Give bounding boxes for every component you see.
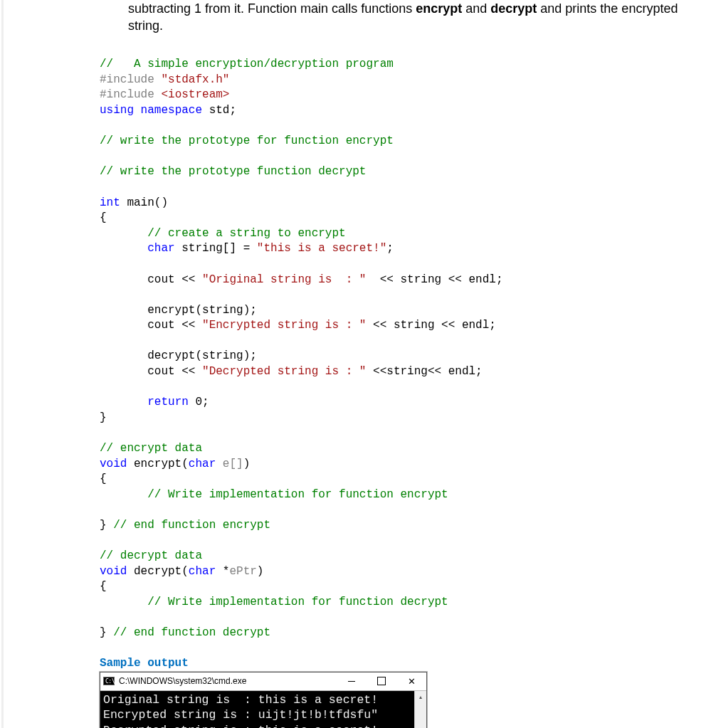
scroll-track[interactable] — [415, 703, 426, 728]
code-var: string[] = — [175, 242, 257, 255]
code-comment: // Write implementation for function dec… — [100, 596, 448, 608]
code-indent — [100, 396, 147, 408]
code-op: ) — [257, 565, 264, 578]
code-brace: } — [100, 626, 113, 639]
console-scrollbar[interactable]: ▴ ▾ — [414, 691, 426, 728]
code-string: "Original string is : " — [202, 273, 366, 286]
code-val: 0; — [189, 396, 209, 408]
console-line: Encrypted string is : uijt!jt!b!tfdsfu" — [103, 708, 378, 722]
close-button[interactable] — [396, 672, 426, 690]
code-comment: // create a string to encrypt — [100, 227, 346, 240]
code-param: ePtr — [229, 565, 256, 578]
code-ident: std — [202, 104, 229, 117]
code-cout: cout << — [100, 365, 202, 378]
code-keyword: namespace — [134, 104, 202, 117]
code-keyword: int — [100, 196, 120, 209]
code-brace: } — [100, 519, 113, 532]
code-keyword: char — [147, 242, 174, 255]
console-window: C:\ C:\WINDOWS\system32\cmd.exe Original… — [100, 672, 427, 728]
code-brace: } — [100, 411, 107, 424]
code-comment: // write the prototype function decrypt — [100, 165, 366, 178]
code-brace: { — [100, 211, 107, 224]
code-comment: // write the prototype for function encr… — [100, 134, 394, 147]
intro-text-1: subtracting 1 from it. Function main cal… — [128, 1, 416, 16]
code-comment: // Write implementation for function enc… — [100, 488, 448, 501]
code-op: ; — [386, 242, 394, 255]
document-page: subtracting 1 from it. Function main cal… — [1, 0, 711, 728]
console-titlebar[interactable]: C:\ C:\WINDOWS\system32\cmd.exe — [100, 672, 426, 691]
code-fn: decrypt( — [127, 565, 188, 578]
code-fn: encrypt( — [127, 458, 188, 470]
console-line: Original string is : this is a secret! — [103, 693, 378, 707]
code-include: #include — [100, 88, 161, 101]
sample-output-header: Sample output — [100, 657, 189, 670]
code-cout-end: << string << endl; — [366, 273, 502, 286]
code-keyword: using — [100, 104, 134, 117]
code-comment: // encrypt data — [100, 442, 202, 455]
code-listing: // A simple encryption/decryption progra… — [4, 42, 711, 672]
code-cout-end: << string << endl; — [366, 319, 495, 332]
code-call: decrypt(string); — [100, 349, 257, 362]
code-op: ; — [229, 104, 236, 117]
code-include-file: "stdafx.h" — [161, 73, 229, 86]
code-comment: // end function encrypt — [113, 519, 270, 532]
intro-text-2: and — [462, 1, 490, 16]
code-op: ) — [243, 458, 251, 470]
code-keyword: return — [147, 396, 189, 408]
maximize-button[interactable] — [367, 672, 396, 690]
code-comment: // end function decrypt — [113, 626, 270, 639]
code-cout: cout << — [100, 319, 202, 332]
code-keyword: char — [189, 565, 216, 578]
code-string: "this is a secret!" — [257, 242, 386, 255]
code-include-lib: <iostream> — [161, 88, 229, 101]
code-string: "Decrypted string is : " — [202, 365, 366, 378]
intro-bold-decrypt: decrypt — [490, 1, 537, 16]
code-comment: // decrypt data — [100, 549, 202, 562]
cmd-icon: C:\ — [103, 677, 115, 685]
code-brace: { — [100, 473, 107, 485]
code-string: "Encrypted string is : " — [202, 319, 366, 332]
code-param: e[] — [216, 458, 243, 470]
code-call: encrypt(string); — [100, 304, 257, 317]
console-line: Decrypted string is : this is a secret! — [103, 724, 378, 728]
scroll-up-button[interactable]: ▴ — [415, 691, 426, 703]
code-fn-main: main() — [120, 196, 168, 209]
code-keyword: void — [100, 565, 127, 578]
console-output: Original string is : this is a secret! E… — [100, 691, 414, 728]
code-comment: // A simple encryption/decryption progra… — [100, 58, 394, 70]
code-op: * — [216, 565, 229, 578]
code-indent — [100, 242, 147, 255]
console-body-wrap: Original string is : this is a secret! E… — [100, 691, 426, 728]
console-title-text: C:\WINDOWS\system32\cmd.exe — [119, 676, 246, 686]
code-include: #include — [100, 73, 161, 86]
code-keyword: char — [189, 458, 216, 470]
code-cout: cout << — [100, 273, 202, 286]
intro-bold-encrypt: encrypt — [416, 1, 462, 16]
intro-paragraph: subtracting 1 from it. Function main cal… — [4, 0, 711, 42]
code-keyword: void — [100, 458, 127, 470]
code-brace: { — [100, 580, 107, 593]
minimize-button[interactable] — [337, 672, 367, 690]
code-cout-end: <<string<< endl; — [366, 365, 482, 378]
